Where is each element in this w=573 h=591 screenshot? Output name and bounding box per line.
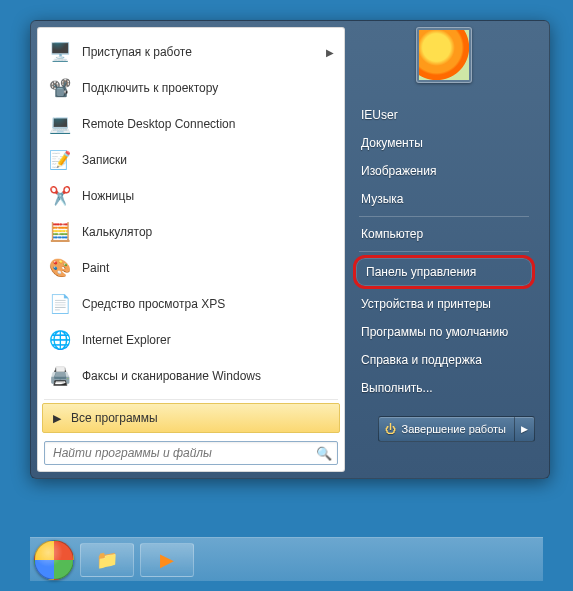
start-menu: 🖥️Приступая к работе▶📽️Подключить к прое… [30, 20, 550, 479]
paint-icon: 🎨 [46, 254, 74, 282]
program-label: Факсы и сканирование Windows [82, 369, 334, 383]
calculator-icon: 🧮 [46, 218, 74, 246]
right-item-pictures[interactable]: Изображения [351, 157, 537, 185]
user-avatar-icon [419, 30, 469, 80]
triangle-right-icon: ▶ [43, 412, 71, 425]
program-label: Записки [82, 153, 334, 167]
program-list: 🖥️Приступая к работе▶📽️Подключить к прое… [40, 30, 342, 398]
program-label: Средство просмотра XPS [82, 297, 334, 311]
start-menu-left-panel: 🖥️Приступая к работе▶📽️Подключить к прое… [37, 27, 345, 472]
program-item-calculator[interactable]: 🧮Калькулятор [42, 214, 340, 250]
program-item-remote-desktop[interactable]: 💻Remote Desktop Connection [42, 106, 340, 142]
all-programs-button[interactable]: ▶ Все программы [42, 403, 340, 433]
program-label: Приступая к работе [82, 45, 322, 59]
program-item-getting-started[interactable]: 🖥️Приступая к работе▶ [42, 34, 340, 70]
search-row: 🔍 [40, 435, 342, 469]
taskbar: 📁▶ [30, 537, 543, 581]
taskbar-pin-media-player[interactable]: ▶ [140, 543, 194, 577]
taskbar-pin-explorer[interactable]: 📁 [80, 543, 134, 577]
program-item-connect-projector[interactable]: 📽️Подключить к проектору [42, 70, 340, 106]
remote-desktop-icon: 💻 [46, 110, 74, 138]
program-label: Internet Explorer [82, 333, 334, 347]
program-item-paint[interactable]: 🎨Paint [42, 250, 340, 286]
program-label: Подключить к проектору [82, 81, 334, 95]
shutdown-button[interactable]: ⏻ Завершение работы ▶ [378, 416, 535, 442]
right-item-music[interactable]: Музыка [351, 185, 537, 213]
separator [359, 251, 529, 252]
right-item-user[interactable]: IEUser [351, 101, 537, 129]
submenu-arrow-icon: ▶ [326, 47, 334, 58]
fax-scan-icon: 🖨️ [46, 362, 74, 390]
program-label: Калькулятор [82, 225, 334, 239]
program-item-snipping-tool[interactable]: ✂️Ножницы [42, 178, 340, 214]
right-item-control-panel[interactable]: Панель управления [353, 255, 535, 289]
program-label: Paint [82, 261, 334, 275]
right-item-default-programs[interactable]: Программы по умолчанию [351, 318, 537, 346]
start-menu-right-panel: IEUser ДокументыИзображенияМузыка Компью… [345, 27, 543, 472]
user-avatar-frame[interactable] [416, 27, 472, 83]
program-item-internet-explorer[interactable]: 🌐Internet Explorer [42, 322, 340, 358]
shutdown-label: Завершение работы [402, 423, 514, 435]
internet-explorer-icon: 🌐 [46, 326, 74, 354]
shutdown-icon: ⏻ [379, 423, 402, 435]
right-item-documents[interactable]: Документы [351, 129, 537, 157]
right-item-computer[interactable]: Компьютер [351, 220, 537, 248]
right-item-help-support[interactable]: Справка и поддержка [351, 346, 537, 374]
getting-started-icon: 🖥️ [46, 38, 74, 66]
connect-projector-icon: 📽️ [46, 74, 74, 102]
search-icon[interactable]: 🔍 [311, 446, 337, 461]
all-programs-label: Все программы [71, 411, 158, 425]
search-box[interactable]: 🔍 [44, 441, 338, 465]
program-label: Remote Desktop Connection [82, 117, 334, 131]
search-input[interactable] [45, 446, 311, 460]
start-button[interactable] [34, 540, 74, 580]
explorer-icon: 📁 [96, 549, 118, 571]
snipping-tool-icon: ✂️ [46, 182, 74, 210]
right-item-devices-printers[interactable]: Устройства и принтеры [351, 290, 537, 318]
media-player-icon: ▶ [160, 549, 174, 571]
program-item-fax-scan[interactable]: 🖨️Факсы и сканирование Windows [42, 358, 340, 394]
right-item-run[interactable]: Выполнить... [351, 374, 537, 402]
program-label: Ножницы [82, 189, 334, 203]
xps-viewer-icon: 📄 [46, 290, 74, 318]
separator [359, 216, 529, 217]
shutdown-options-arrow[interactable]: ▶ [514, 417, 534, 441]
sticky-notes-icon: 📝 [46, 146, 74, 174]
program-item-xps-viewer[interactable]: 📄Средство просмотра XPS [42, 286, 340, 322]
separator [44, 399, 338, 400]
program-item-sticky-notes[interactable]: 📝Записки [42, 142, 340, 178]
